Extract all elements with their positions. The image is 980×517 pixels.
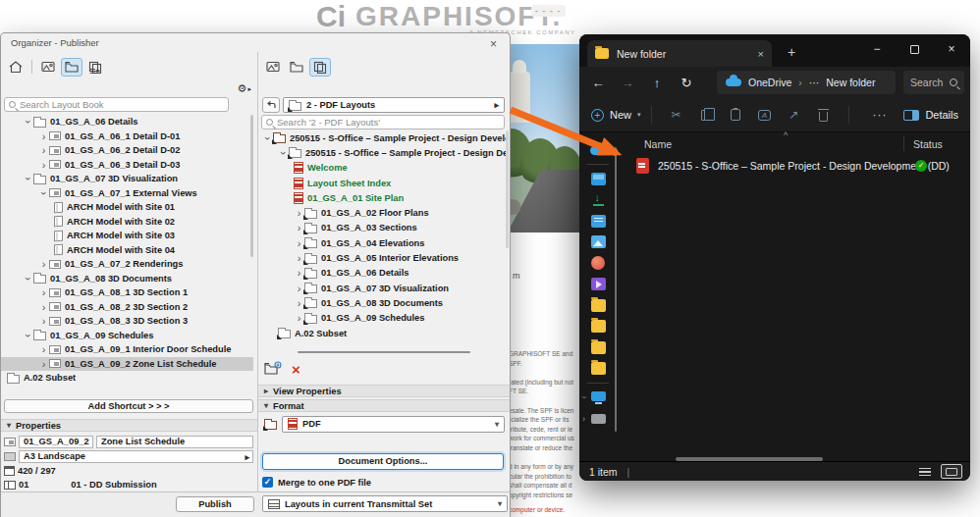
layout-id-field[interactable]: 01_GS_A_09_2	[19, 436, 93, 448]
document-options-button[interactable]: Document Options...	[262, 453, 504, 470]
new-tab-icon[interactable]: +	[788, 44, 795, 60]
cut-icon[interactable]: ✂	[662, 108, 691, 122]
file-row[interactable]: 250515 - S-Office – Sample Project - Des…	[619, 155, 964, 177]
address-bar[interactable]: OneDrive › ··· New folder	[717, 71, 896, 94]
close-tab-icon[interactable]: ×	[758, 48, 764, 60]
sidebar-scrollbar[interactable]	[615, 147, 617, 432]
sidebar-item-documents[interactable]	[579, 211, 617, 233]
name-column-header[interactable]: Name	[644, 138, 672, 150]
sidebar-item-pictures[interactable]	[579, 232, 617, 253]
tree-item[interactable]: ›01_GS_A_03 Sections	[258, 221, 508, 235]
expand-chevron-icon[interactable]: ›	[24, 273, 33, 284]
share-icon[interactable]: ↗	[780, 108, 809, 122]
more-options-icon[interactable]: ···	[873, 108, 888, 122]
breadcrumb-onedrive[interactable]: OneDrive	[748, 77, 791, 88]
minimize-icon[interactable]: −	[858, 34, 896, 64]
up-one-level-button[interactable]	[262, 97, 280, 113]
expand-chevron-icon[interactable]: ›	[579, 396, 589, 399]
tree-item[interactable]: ›01_GS_A_01 Site Plan	[258, 190, 508, 205]
tree-item[interactable]: ›A.02 Subset	[258, 326, 508, 340]
format-section-header[interactable]: ▾ Format	[258, 399, 510, 412]
tree-item[interactable]: ›01_GS_A_09_2 Zone List Schedule	[1, 357, 253, 372]
publisher-set-search-input[interactable]: Search '2 - PDF Layouts'	[261, 115, 505, 129]
format-dropdown[interactable]: PDF ▾	[282, 416, 505, 433]
tree-item[interactable]: ›01_GS_A_07_2 Renderings	[1, 257, 253, 272]
sidebar-item-desktop[interactable]	[579, 169, 617, 190]
right-tree-scrollbar[interactable]	[506, 130, 509, 248]
tree-item[interactable]: ›01_GS_A_05 Interior Elevations	[258, 250, 508, 265]
tree-item[interactable]: ›ARCH Model with Site 01	[1, 200, 253, 215]
sidebar-item-folder[interactable]	[579, 337, 617, 359]
expand-chevron-icon[interactable]: ›	[279, 147, 289, 158]
list-view-icon[interactable]	[914, 464, 936, 479]
tree-item[interactable]: ›A.02 Subset	[1, 371, 253, 386]
column-divider[interactable]	[903, 135, 904, 151]
layout-book-icon[interactable]	[61, 58, 82, 77]
tree-item[interactable]: ›ARCH Model with Site 04	[1, 243, 253, 258]
forward-icon[interactable]: →	[613, 76, 642, 90]
tree-item[interactable]: ›01_GS_A_08_1 3D Section 1	[1, 285, 253, 300]
layout-book-search-input[interactable]: Search Layout Book	[4, 97, 229, 112]
breadcrumb-current-folder[interactable]: New folder	[826, 77, 875, 88]
tree-item[interactable]: ›Layout Sheet Index	[258, 176, 508, 190]
tree-item[interactable]: ›01_GS_A_06 Details	[1, 115, 253, 129]
view-map-icon[interactable]	[262, 58, 284, 77]
delete-item-icon[interactable]: ×	[292, 363, 300, 377]
left-tree-scrollbar[interactable]	[250, 115, 253, 257]
up-icon[interactable]: ↑	[642, 76, 672, 90]
layout-name-field[interactable]: Zone List Schedule	[96, 436, 253, 448]
status-column-header[interactable]: Status	[913, 138, 943, 150]
close-icon[interactable]: ×	[933, 34, 970, 64]
expand-chevron-icon[interactable]: ›	[38, 316, 49, 326]
sidebar-item-downloads[interactable]	[579, 189, 617, 211]
rename-icon[interactable]: A	[750, 110, 780, 121]
refresh-icon[interactable]: ↻	[672, 76, 701, 90]
expand-chevron-icon[interactable]: ›	[39, 187, 49, 198]
expand-chevron-icon[interactable]: ›	[38, 359, 49, 369]
add-shortcut-button[interactable]: Add Shortcut > > >	[4, 399, 253, 413]
publisher-set-dropdown[interactable]: 2 - PDF Layouts ▸	[283, 97, 505, 113]
tree-item[interactable]: ›Welcome	[258, 161, 508, 176]
expand-chevron-icon[interactable]: ›	[263, 132, 273, 143]
tree-item[interactable]: ›01_GS_A_06 Details	[258, 266, 508, 281]
expand-chevron-icon[interactable]: ›	[582, 414, 585, 424]
thumbnail-view-icon[interactable]	[941, 464, 962, 479]
tree-item[interactable]: ›01_GS_A_08_2 3D Section 2	[1, 300, 253, 315]
new-folder-icon[interactable]	[264, 361, 282, 379]
tree-item[interactable]: ›01_GS_A_06_1 Detail D-01	[1, 129, 253, 144]
sidebar-item-music[interactable]	[579, 253, 617, 275]
expand-chevron-icon[interactable]: ›	[38, 287, 49, 297]
tree-item[interactable]: ›01_GS_A_08_3 3D Section 3	[1, 314, 253, 329]
sidebar-item-folder[interactable]	[579, 316, 617, 337]
gear-icon[interactable]: ⚙▸	[238, 82, 251, 95]
tree-item[interactable]: ›250515 - S-Office – Sample Project - De…	[258, 130, 508, 145]
project-chooser-icon[interactable]	[5, 58, 27, 77]
sidebar-item-videos[interactable]	[579, 274, 617, 295]
tree-item[interactable]: ›01_GS_A_02 Floor Plans	[258, 205, 508, 220]
pane-splitter-handle[interactable]	[298, 351, 470, 353]
sidebar-item-network[interactable]: ›	[579, 408, 617, 430]
tree-item[interactable]: ›01_GS_A_07 3D Visualization	[1, 172, 253, 186]
back-icon[interactable]: ←	[583, 76, 613, 90]
properties-section-header[interactable]: ▾ Properties	[1, 419, 257, 432]
tree-item[interactable]: ›250515 - S-Office – Sample Project - De…	[258, 145, 508, 160]
delete-icon[interactable]	[809, 109, 839, 122]
publish-button[interactable]: Publish	[176, 496, 254, 512]
tree-item[interactable]: ›01_GS_A_07 3D Visualization	[258, 281, 508, 295]
expand-chevron-icon[interactable]: ›	[38, 145, 49, 155]
tree-item[interactable]: ›01_GS_A_08 3D Documents	[258, 295, 508, 310]
sidebar-item-onedrive[interactable]	[579, 139, 617, 161]
tree-item[interactable]: ›ARCH Model with Site 02	[1, 215, 253, 230]
search-box[interactable]: Search	[903, 71, 964, 94]
tree-item[interactable]: ›01_GS_A_08 3D Documents	[1, 272, 253, 286]
expand-chevron-icon[interactable]: ›	[38, 160, 49, 170]
details-toggle-button[interactable]: Details	[903, 109, 958, 121]
view-properties-section-header[interactable]: ▸ View Properties	[258, 385, 510, 397]
expand-chevron-icon[interactable]: ›	[38, 302, 49, 312]
expand-chevron-icon[interactable]: ›	[24, 174, 33, 184]
sidebar-item-folder[interactable]	[579, 358, 617, 380]
merge-checkbox[interactable]: ✓	[262, 477, 273, 488]
explorer-tab[interactable]: New folder ×	[587, 40, 772, 67]
view-map-icon[interactable]	[37, 58, 59, 77]
tree-item[interactable]: ›01_GS_A_04 Elevations	[258, 235, 508, 250]
